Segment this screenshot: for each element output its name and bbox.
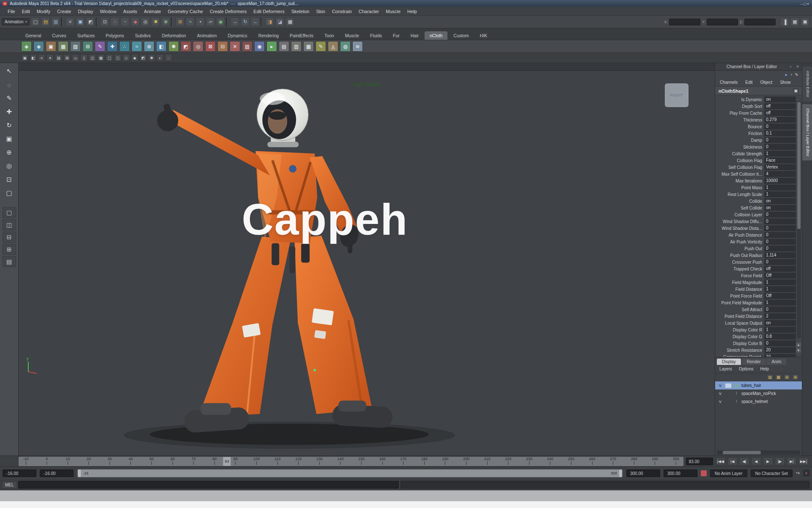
status-icon[interactable]: ◉ <box>216 17 225 26</box>
menu-item[interactable]: Skeleton <box>288 8 313 15</box>
layer-editor-icon[interactable]: ▦ <box>775 374 782 380</box>
shelf-button[interactable]: ◈ <box>21 41 32 52</box>
layer-editor-menu-item[interactable]: Layers <box>717 366 735 372</box>
shelf-button[interactable]: ✎ <box>95 41 105 52</box>
layer-row[interactable]: V / spaceMan_noPick <box>715 389 802 398</box>
tool-button[interactable]: ▢ <box>3 187 16 199</box>
sidebar-vertical-tab[interactable]: Attribute Editor <box>802 66 812 102</box>
layer-editor-tab[interactable]: Anim <box>767 359 787 365</box>
status-icon[interactable]: ▢ <box>31 17 40 26</box>
anim-layer-icon[interactable] <box>701 470 707 476</box>
shelf-tab[interactable]: nCloth <box>425 31 447 40</box>
shelf-tab[interactable]: HIK <box>475 31 493 40</box>
shelf-tab[interactable]: Surfaces <box>72 31 100 40</box>
tool-button[interactable]: ↖ <box>3 65 16 77</box>
layer-scrollbar[interactable] <box>717 450 800 455</box>
shelf-tab[interactable]: General <box>20 31 46 40</box>
attribute-value[interactable]: 0 <box>764 340 796 346</box>
shelf-button[interactable]: ⊞ <box>82 41 93 52</box>
panel-toolbar-icon[interactable]: ▦ <box>97 54 104 61</box>
shelf-button[interactable]: ✕ <box>230 41 240 52</box>
status-icon[interactable]: ◎ <box>141 17 150 26</box>
scroll-down-icon[interactable]: ▼ <box>796 348 801 353</box>
shelf-tab[interactable]: Animation <box>192 31 222 40</box>
shelf-button[interactable]: ◈ <box>33 41 44 52</box>
status-icon[interactable]: ← <box>251 17 260 26</box>
attribute-value[interactable]: 0.1 <box>764 130 796 136</box>
menu-item[interactable]: Edit <box>19 8 33 15</box>
attribute-value[interactable]: 0 <box>764 137 796 143</box>
layer-editor-icon[interactable]: ⊞ <box>792 374 798 380</box>
playback-start-field[interactable]: -16.00 <box>40 469 74 477</box>
layer-editor-tab[interactable]: Display <box>717 359 741 365</box>
playback-button[interactable]: ◀ <box>751 457 761 465</box>
shelf-tab[interactable]: Hair <box>406 31 424 40</box>
attribute-value[interactable]: off <box>764 103 796 109</box>
menu-item[interactable]: Character <box>355 8 382 15</box>
channel-box-tool-icon[interactable]: ● <box>785 72 787 77</box>
shelf-button[interactable]: ✱ <box>168 41 179 52</box>
attribute-value[interactable]: 1 <box>764 151 796 157</box>
status-icon[interactable]: ▥ <box>51 17 60 26</box>
attribute-value[interactable]: on <box>764 198 796 204</box>
range-slider-bar[interactable]: -16 300 <box>78 469 622 477</box>
shelf-button[interactable]: ≋ <box>352 41 363 52</box>
menu-item[interactable]: Skin <box>313 8 328 15</box>
layout-button[interactable]: ⊞ <box>3 244 16 255</box>
menu-item[interactable]: Assets <box>120 8 140 15</box>
shelf-tab[interactable]: Custom <box>448 31 474 40</box>
menu-item[interactable]: Geometry Cache <box>165 8 206 15</box>
current-time-field[interactable]: 83.00 <box>686 458 713 465</box>
status-icon[interactable]: ⊕ <box>161 17 170 26</box>
playback-button[interactable]: ▶▶| <box>798 457 809 465</box>
status-icon[interactable]: • <box>196 17 205 26</box>
channel-box-tool-icon[interactable]: ◔ <box>790 72 793 77</box>
status-icon[interactable]: ≡ <box>66 17 74 26</box>
shelf-button[interactable]: ▧ <box>70 41 81 52</box>
object-box-icon[interactable]: ▣ <box>793 88 798 94</box>
menu-item[interactable]: Edit Deformers <box>250 8 288 15</box>
attribute-value[interactable]: 1 <box>764 327 796 333</box>
status-icon[interactable]: ▤ <box>41 17 50 26</box>
shelf-tab[interactable]: Rendering <box>253 31 284 40</box>
scroll-up-icon[interactable]: ▲ <box>796 342 801 347</box>
status-icon[interactable]: → <box>230 17 239 26</box>
command-language-toggle[interactable]: MEL <box>3 482 16 488</box>
status-icon[interactable]: ⊡ <box>100 17 109 26</box>
menu-item[interactable]: Muscle <box>382 8 404 15</box>
menu-item[interactable]: Constrain <box>329 8 355 15</box>
layer-editor-icon[interactable]: ▤ <box>767 374 773 380</box>
playback-button[interactable]: ◀| <box>739 457 749 465</box>
menu-item[interactable]: Modify <box>33 8 54 15</box>
status-icon[interactable]: ~ <box>121 17 129 26</box>
shelf-button[interactable]: ▸ <box>266 41 277 52</box>
attribute-value[interactable]: 0.8 <box>764 334 796 340</box>
tool-button[interactable]: ↻ <box>3 119 16 132</box>
channel-box-menu-item[interactable]: Object <box>757 80 776 85</box>
attribute-value[interactable]: 1 <box>764 286 796 292</box>
attribute-value[interactable]: Face <box>764 157 796 163</box>
layout-button[interactable]: ⊟ <box>3 232 16 243</box>
shelf-tab[interactable]: Dynamics <box>223 31 252 40</box>
current-frame-marker[interactable]: 83 <box>223 457 231 466</box>
animation-start-field[interactable]: -16.00 <box>3 469 36 477</box>
attribute-value[interactable]: Vertex <box>764 164 796 170</box>
attribute-value[interactable]: Off <box>764 293 796 299</box>
shelf-button[interactable]: ⊟ <box>217 41 228 52</box>
status-icon[interactable]: ✱ <box>151 17 160 26</box>
viewport-canvas[interactable]: y High Quality RIGHT Cappeh <box>19 71 715 456</box>
channel-box-menu-item[interactable]: Show <box>777 80 793 85</box>
anim-layer-dropdown[interactable]: No Anim Layer <box>710 469 747 477</box>
attribute-value[interactable]: on <box>764 205 796 211</box>
status-icon[interactable]: ↻ <box>241 17 250 26</box>
panel-toolbar-icon[interactable]: ◌ <box>165 54 172 61</box>
status-icon[interactable]: ▱ <box>206 17 215 26</box>
tool-button[interactable]: ✎ <box>3 92 16 105</box>
menu-item[interactable]: Window <box>96 8 120 15</box>
channel-scrollbar[interactable] <box>797 101 801 338</box>
attribute-value[interactable]: 0 <box>764 218 796 224</box>
attribute-value[interactable]: 0 <box>764 144 796 150</box>
status-right-icon[interactable]: ▐ <box>780 17 789 26</box>
shelf-button[interactable]: ▦ <box>303 41 314 52</box>
shelf-button[interactable]: ▥ <box>291 41 302 52</box>
